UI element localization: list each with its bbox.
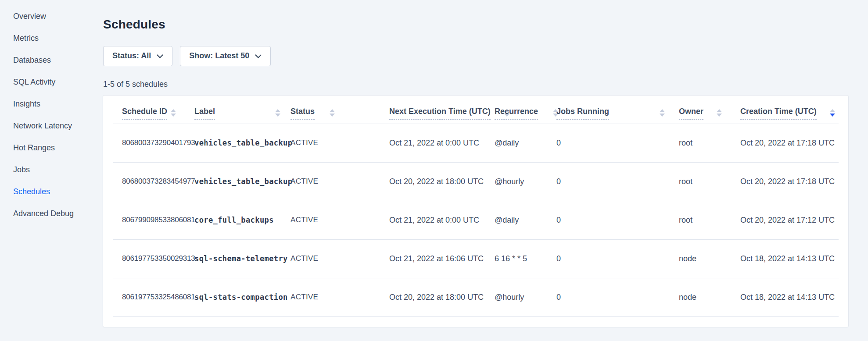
cell-schedule-id: 806197753325486081 bbox=[113, 293, 194, 302]
cell-creation-time-utc: Oct 18, 2022 at 14:13 UTC bbox=[740, 293, 839, 302]
cell-status: ACTIVE bbox=[291, 293, 389, 302]
schedules-table-card: Schedule IDLabelStatusNext Execution Tim… bbox=[103, 96, 848, 327]
app-sidebar: OverviewMetricsDatabasesSQL ActivityInsi… bbox=[0, 0, 102, 341]
sidebar-item-schedules[interactable]: Schedules bbox=[13, 187, 102, 209]
sort-arrows-icon bbox=[717, 109, 722, 117]
cell-recurrence: @hourly bbox=[495, 293, 556, 302]
cell-owner: root bbox=[679, 177, 740, 186]
cell-owner: node bbox=[679, 293, 740, 302]
cell-label: vehicles_table_backup bbox=[194, 139, 291, 147]
sidebar-item-sql-activity[interactable]: SQL Activity bbox=[13, 78, 102, 99]
sort-arrows-icon bbox=[660, 109, 665, 117]
column-header-label: Jobs Running bbox=[556, 107, 609, 120]
table-row: 806197753325486081sql-stats-compactionAC… bbox=[113, 278, 839, 317]
table-body: 806800373290401793vehicles_table_backupA… bbox=[113, 124, 839, 317]
column-header-owner[interactable]: Owner bbox=[679, 96, 740, 124]
cell-recurrence: @daily bbox=[495, 139, 556, 148]
page-title: Schedules bbox=[103, 18, 868, 32]
cell-next-execution-time-utc: Oct 21, 2022 at 0:00 UTC bbox=[389, 139, 495, 148]
cell-owner: node bbox=[679, 254, 740, 263]
cell-label: sql-stats-compaction bbox=[194, 293, 291, 302]
sort-arrows-icon bbox=[275, 109, 280, 117]
results-count: 1-5 of 5 schedules bbox=[103, 80, 868, 89]
sort-arrows-icon bbox=[830, 109, 835, 117]
cell-creation-time-utc: Oct 18, 2022 at 14:13 UTC bbox=[740, 254, 839, 263]
cell-next-execution-time-utc: Oct 20, 2022 at 18:00 UTC bbox=[389, 177, 495, 186]
cell-jobs-running: 0 bbox=[556, 216, 679, 225]
sidebar-item-insights[interactable]: Insights bbox=[13, 99, 102, 121]
show-filter-label: Show: Latest 50 bbox=[189, 51, 249, 60]
cell-next-execution-time-utc: Oct 21, 2022 at 0:00 UTC bbox=[389, 216, 495, 225]
main-content: Schedules Status: All Show: Latest 50 1-… bbox=[103, 0, 868, 327]
sidebar-item-network-latency[interactable]: Network Latency bbox=[13, 121, 102, 143]
cell-jobs-running: 0 bbox=[556, 293, 679, 302]
cell-jobs-running: 0 bbox=[556, 139, 679, 148]
status-filter-dropdown[interactable]: Status: All bbox=[103, 46, 172, 66]
cell-label: vehicles_table_backup bbox=[194, 177, 291, 186]
sidebar-item-databases[interactable]: Databases bbox=[13, 56, 102, 78]
sidebar-item-advanced-debug[interactable]: Advanced Debug bbox=[13, 209, 102, 231]
sort-arrows-icon bbox=[171, 109, 176, 117]
cell-jobs-running: 0 bbox=[556, 177, 679, 186]
column-header-label: Owner bbox=[679, 107, 703, 120]
cell-status: ACTIVE bbox=[291, 177, 389, 186]
cell-creation-time-utc: Oct 20, 2022 at 17:18 UTC bbox=[740, 177, 839, 186]
column-header-label[interactable]: Label bbox=[194, 96, 291, 124]
chevron-down-icon bbox=[255, 54, 262, 58]
cell-next-execution-time-utc: Oct 20, 2022 at 18:00 UTC bbox=[389, 293, 495, 302]
column-header-status[interactable]: Status bbox=[291, 96, 389, 124]
column-header-label: Status bbox=[291, 107, 315, 120]
column-header-schedule-id[interactable]: Schedule ID bbox=[113, 96, 194, 124]
cell-schedule-id: 806197753350029313 bbox=[113, 254, 194, 263]
cell-owner: root bbox=[679, 139, 740, 148]
table-row: 806800373283454977vehicles_table_backupA… bbox=[113, 163, 839, 201]
sidebar-item-metrics[interactable]: Metrics bbox=[13, 34, 102, 56]
cell-recurrence: 6 16 * * 5 bbox=[495, 254, 556, 263]
show-filter-dropdown[interactable]: Show: Latest 50 bbox=[180, 46, 271, 66]
table-row: 806799098533806081core_full_backupsACTIV… bbox=[113, 201, 839, 240]
cell-next-execution-time-utc: Oct 21, 2022 at 16:06 UTC bbox=[389, 254, 495, 263]
cell-schedule-id: 806800373283454977 bbox=[113, 177, 194, 186]
cell-label: core_full_backups bbox=[194, 216, 291, 224]
table-row: 806800373290401793vehicles_table_backupA… bbox=[113, 124, 839, 163]
chevron-down-icon bbox=[157, 54, 163, 58]
cell-jobs-running: 0 bbox=[556, 254, 679, 263]
column-header-jobs-running[interactable]: Jobs Running bbox=[556, 96, 679, 124]
cell-owner: root bbox=[679, 216, 740, 225]
cell-schedule-id: 806799098533806081 bbox=[113, 216, 194, 224]
cell-creation-time-utc: Oct 20, 2022 at 17:12 UTC bbox=[740, 216, 839, 225]
table-row: 806197753350029313sql-schema-telemetryAC… bbox=[113, 240, 839, 278]
sidebar-item-hot-ranges[interactable]: Hot Ranges bbox=[13, 143, 102, 165]
column-header-label: Schedule ID bbox=[122, 107, 167, 120]
column-header-label: Next Execution Time (UTC) bbox=[389, 107, 491, 120]
cell-recurrence: @hourly bbox=[495, 177, 556, 186]
cell-status: ACTIVE bbox=[291, 254, 389, 263]
cell-status: ACTIVE bbox=[291, 216, 389, 224]
column-header-creation-time-utc[interactable]: Creation Time (UTC) bbox=[740, 96, 839, 124]
column-header-label: Recurrence bbox=[495, 107, 538, 120]
cell-label: sql-schema-telemetry bbox=[194, 254, 291, 263]
cell-schedule-id: 806800373290401793 bbox=[113, 139, 194, 147]
cell-status: ACTIVE bbox=[291, 139, 389, 147]
sidebar-item-overview[interactable]: Overview bbox=[13, 12, 102, 34]
sidebar-item-jobs[interactable]: Jobs bbox=[13, 165, 102, 187]
table-header-row: Schedule IDLabelStatusNext Execution Tim… bbox=[113, 96, 839, 124]
status-filter-label: Status: All bbox=[112, 51, 151, 60]
sidebar-nav-list: OverviewMetricsDatabasesSQL ActivityInsi… bbox=[13, 12, 102, 231]
column-header-label: Label bbox=[194, 107, 215, 120]
column-header-label: Creation Time (UTC) bbox=[740, 107, 817, 120]
column-header-next-execution-time-utc[interactable]: Next Execution Time (UTC) bbox=[389, 96, 495, 124]
cell-recurrence: @daily bbox=[495, 216, 556, 225]
filter-bar: Status: All Show: Latest 50 bbox=[103, 46, 868, 66]
cell-creation-time-utc: Oct 20, 2022 at 17:18 UTC bbox=[740, 139, 839, 148]
column-header-recurrence[interactable]: Recurrence bbox=[495, 96, 556, 124]
sort-arrows-icon bbox=[330, 109, 335, 117]
